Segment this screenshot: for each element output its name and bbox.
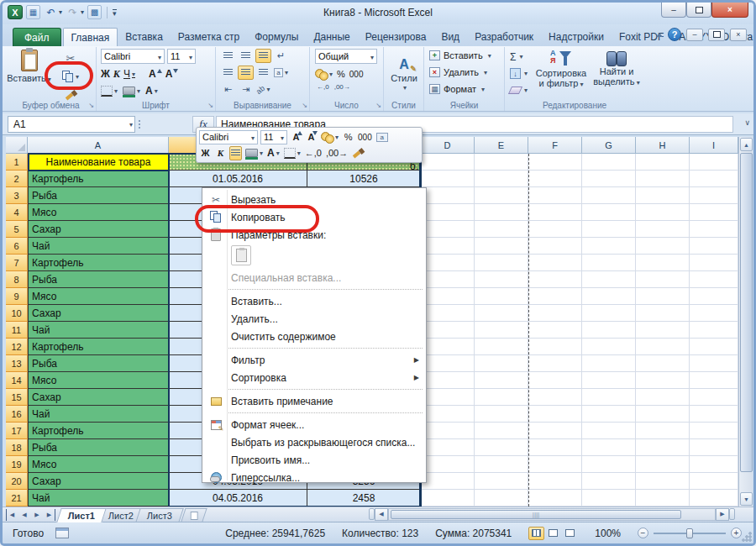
- accounting-format-button[interactable]: [315, 66, 333, 81]
- ribbon-tab-1[interactable]: Главная: [63, 28, 118, 46]
- cell-A13[interactable]: Рыба: [28, 355, 169, 372]
- number-dialog-launcher-icon[interactable]: ↘: [375, 102, 381, 109]
- clipboard-dialog-launcher-icon[interactable]: ↘: [88, 102, 94, 109]
- row-header-13[interactable]: 13: [6, 355, 28, 372]
- menu-item-18[interactable]: Гиперссылка...: [202, 469, 426, 486]
- cell-F8[interactable]: [528, 271, 582, 288]
- close-button[interactable]: ×: [711, 3, 748, 18]
- cell-F16[interactable]: [528, 406, 582, 423]
- delete-cells-button[interactable]: ×Удалить: [429, 67, 487, 77]
- workbook-restore-button[interactable]: [708, 29, 725, 41]
- expand-formula-bar-icon[interactable]: ∨: [744, 118, 750, 127]
- vertical-scrollbar[interactable]: ▲▼: [738, 137, 753, 507]
- cell-G8[interactable]: [582, 271, 636, 288]
- cell-F12[interactable]: [528, 339, 582, 355]
- cell-I1[interactable]: [690, 154, 738, 171]
- name-box-splitter[interactable]: [139, 120, 143, 129]
- cell-I3[interactable]: [690, 187, 738, 204]
- row-header-1[interactable]: 1: [6, 154, 28, 171]
- row-header-3[interactable]: 3: [6, 187, 28, 204]
- borders-button[interactable]: [101, 83, 118, 98]
- next-sheet-button[interactable]: ▶: [31, 509, 43, 521]
- cell-E15[interactable]: [475, 389, 528, 406]
- insert-cells-button[interactable]: +Вставить: [429, 50, 491, 60]
- column-header-H[interactable]: H: [636, 137, 690, 154]
- cell-I2[interactable]: [690, 171, 738, 187]
- wrap-text-button[interactable]: ↵: [273, 49, 289, 63]
- increase-font-button[interactable]: А: [149, 68, 162, 80]
- cell-H14[interactable]: [636, 372, 690, 389]
- cell-A12[interactable]: Картофель: [28, 339, 169, 355]
- column-header-G[interactable]: G: [582, 137, 636, 154]
- ribbon-tab-4[interactable]: Формулы: [247, 28, 306, 46]
- cell-H3[interactable]: [636, 187, 690, 204]
- row-header-20[interactable]: 20: [6, 473, 28, 490]
- align-bottom-button[interactable]: [255, 49, 271, 63]
- cell-F10[interactable]: [528, 305, 582, 322]
- font-size-select[interactable]: 11: [167, 49, 196, 64]
- cell-A4[interactable]: Мясо: [28, 204, 169, 221]
- cell-D4[interactable]: [421, 204, 475, 221]
- ribbon-tab-2[interactable]: Вставка: [118, 28, 171, 46]
- minibar-increase-font-button[interactable]: А: [290, 130, 302, 144]
- cell-G17[interactable]: [582, 423, 636, 439]
- font-color-button[interactable]: А: [145, 83, 158, 98]
- cell-B21[interactable]: 04.05.2016: [169, 490, 307, 507]
- decrease-decimal-button[interactable]: ,00→: [334, 83, 350, 91]
- cell-G2[interactable]: [582, 171, 636, 187]
- cell-H5[interactable]: [636, 221, 690, 238]
- cell-D17[interactable]: [421, 423, 475, 439]
- cell-H13[interactable]: [636, 355, 690, 372]
- orientation-button[interactable]: ab: [255, 82, 271, 97]
- insert-sheet-button[interactable]: [181, 508, 207, 522]
- cell-H19[interactable]: [636, 456, 690, 473]
- align-right-button[interactable]: [255, 66, 271, 80]
- cell-F7[interactable]: [528, 255, 582, 271]
- minibar-size-select[interactable]: 11: [260, 130, 287, 144]
- align-middle-button[interactable]: [238, 49, 254, 63]
- row-header-2[interactable]: 2: [6, 171, 28, 187]
- cell-D11[interactable]: [421, 322, 475, 339]
- ribbon-tab-8[interactable]: Разработчик: [467, 28, 541, 46]
- cell-F2[interactable]: [528, 171, 582, 187]
- cell-E18[interactable]: [475, 439, 528, 456]
- cell-G15[interactable]: [582, 389, 636, 406]
- cell-D18[interactable]: [421, 439, 475, 456]
- cell-A9[interactable]: Мясо: [28, 288, 169, 305]
- alignment-dialog-launcher-icon[interactable]: ↘: [302, 102, 307, 109]
- minibar-center-button[interactable]: [229, 146, 242, 160]
- menu-item-0[interactable]: ✂Вырезать: [202, 191, 426, 208]
- cell-I4[interactable]: [690, 204, 738, 221]
- align-top-button[interactable]: [220, 49, 236, 63]
- decrease-indent-button[interactable]: ⇤: [220, 82, 236, 97]
- cell-E14[interactable]: [475, 372, 528, 389]
- find-select-button[interactable]: Найти и выделить: [591, 50, 643, 88]
- paste-button[interactable]: Вставить: [10, 49, 48, 99]
- column-header-D[interactable]: D: [421, 137, 475, 154]
- row-header-15[interactable]: 15: [6, 389, 28, 406]
- decrease-font-button[interactable]: А: [165, 68, 179, 80]
- row-header-11[interactable]: 11: [6, 322, 28, 339]
- menu-item-11[interactable]: Сортировка▶: [202, 369, 426, 386]
- sort-filter-button[interactable]: АЯ Сортировка и фильтр: [532, 50, 591, 90]
- zoom-in-button[interactable]: +: [731, 528, 742, 538]
- merge-center-button[interactable]: a: [273, 66, 289, 80]
- tab-split-handle[interactable]: [369, 508, 375, 520]
- cell-H1[interactable]: [636, 154, 690, 171]
- ribbon-tab-file[interactable]: Файл: [13, 28, 61, 46]
- cell-H2[interactable]: [636, 171, 690, 187]
- cell-H7[interactable]: [636, 255, 690, 271]
- cell-G4[interactable]: [582, 204, 636, 221]
- cell-I10[interactable]: [690, 305, 738, 322]
- cell-G9[interactable]: [582, 288, 636, 305]
- cell-F3[interactable]: [528, 187, 582, 204]
- cell-A2[interactable]: Картофель: [28, 171, 169, 187]
- ribbon-tab-5[interactable]: Данные: [306, 28, 357, 46]
- cell-E20[interactable]: [475, 473, 528, 490]
- number-format-select[interactable]: Общий: [315, 49, 377, 64]
- underline-button[interactable]: Ч: [123, 66, 135, 81]
- cell-G21[interactable]: [582, 490, 636, 507]
- workbook-minimize-button[interactable]: –: [686, 29, 703, 41]
- cell-C21[interactable]: 2458: [307, 490, 421, 507]
- minibar-font-select[interactable]: Calibri: [199, 130, 258, 144]
